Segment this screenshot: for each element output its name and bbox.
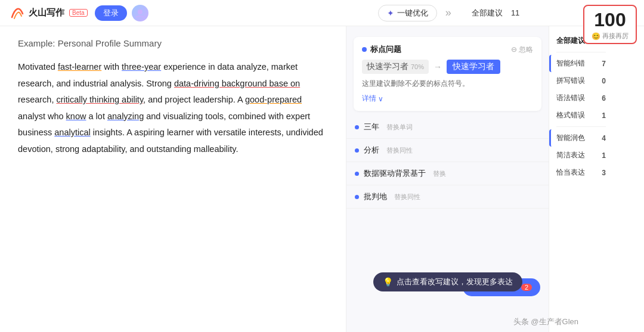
sidebar-count-spelling: 0	[602, 77, 606, 85]
sidebar-divider-1	[556, 52, 606, 52]
suggestion-item-3[interactable]: 批判地 替换同性	[346, 185, 549, 209]
item-tag-0: 替换单词	[386, 123, 413, 132]
sidebar-item-smart-correct[interactable]: 智能纠错 7	[549, 55, 613, 72]
tooltip-popup: 💡 点击查看改写建议，发现更多表达	[373, 272, 522, 291]
logo-text: 火山写作	[29, 7, 64, 18]
item-dot-2	[355, 172, 359, 176]
score-number: 100	[589, 10, 631, 30]
highlight-critically-thinking: critically thinking ability	[56, 95, 143, 104]
suggestions-label: 全部建议	[472, 8, 503, 18]
highlight-three-year: three-year	[122, 62, 161, 72]
word-row: 快速学习者 70% → 快速学习者	[362, 60, 533, 74]
sidebar-count-concise: 1	[602, 151, 606, 160]
sidebar-label-polish: 智能润色	[556, 133, 585, 143]
sidebar-item-spelling[interactable]: 拼写错误 0	[549, 72, 613, 89]
highlight-analytical: analytical	[54, 128, 90, 137]
sidebar-count-grammar: 6	[602, 94, 606, 103]
score-box: 100 😊 再接再厉	[583, 5, 637, 44]
logo-area: 火山写作 Beta	[10, 5, 88, 21]
beta-badge: Beta	[69, 9, 88, 17]
top-nav: 火山写作 Beta 登录 ✦ 一键优化 » 全部建议 11	[0, 0, 644, 26]
optimize-button[interactable]: ✦ 一键优化	[378, 5, 437, 21]
suggestion-item-2[interactable]: 数据驱动背景基于 替换	[346, 162, 549, 185]
sidebar-label-spelling: 拼写错误	[556, 76, 585, 86]
item-tag-1: 替换同性	[386, 146, 413, 155]
item-label-2: 数据驱动背景基于	[364, 168, 426, 179]
highlight-fast-learner: fast-learner	[58, 62, 101, 72]
sidebar-label-grammar: 语法错误	[556, 93, 585, 103]
sidebar-item-grammar[interactable]: 语法错误 6	[549, 89, 613, 107]
item-label-1: 分析	[364, 145, 379, 156]
doc-title: Example: Personal Profile Summary	[18, 38, 328, 48]
card-title: 标点问题	[362, 44, 401, 55]
sidebar-item-polish[interactable]: 智能润色 4	[549, 129, 613, 147]
star-icon: ✦	[387, 8, 394, 18]
item-dot-1	[355, 148, 359, 153]
chevron-down-icon: ∨	[378, 95, 383, 103]
suggestion-item-0[interactable]: 三年 替换单词	[346, 116, 549, 139]
score-subtitle: 😊 再接再厉	[589, 32, 631, 41]
sidebar-count-format: 1	[602, 111, 606, 120]
nav-center: ✦ 一键优化 » 全部建议 11	[378, 5, 519, 21]
suggestion-item-1[interactable]: 分析 替换同性	[346, 139, 549, 162]
sidebar-label-concise: 简洁表达	[556, 150, 585, 160]
item-label-0: 三年	[364, 122, 379, 132]
login-button[interactable]: 登录	[95, 5, 127, 21]
item-dot	[355, 125, 359, 129]
ignore-button[interactable]: ⊖ 忽略	[511, 45, 533, 55]
discover-badge: 2	[521, 284, 532, 291]
suggestion-card-punctuation: 标点问题 ⊖ 忽略 快速学习者 70% → 快速学习者 这里建议删除不必要的标点…	[354, 37, 541, 111]
doc-body: Motivated fast-learner with three-year e…	[18, 59, 328, 157]
score-emoji: 😊	[592, 32, 600, 41]
item-label-3: 批判地	[364, 191, 387, 202]
highlight-know: know	[66, 111, 86, 121]
editor-area[interactable]: Example: Personal Profile Summary Motiva…	[0, 26, 346, 332]
sidebar-count-polish: 4	[602, 134, 606, 142]
watermark: 头条 @生产者Glen	[513, 317, 578, 327]
card-dot	[362, 47, 367, 52]
original-word: 快速学习者 70%	[362, 60, 429, 74]
arrow-icon: →	[434, 62, 442, 72]
right-sidebar: 全部建议 11 智能纠错 7 拼写错误 0 语法错误 6 格式错误 1 智能润色…	[549, 26, 613, 332]
sidebar-label-smart-correct: 智能纠错	[556, 58, 585, 69]
item-tag-2: 替换	[433, 169, 446, 178]
avatar[interactable]	[132, 5, 148, 21]
sidebar-label-format: 格式错误	[556, 110, 585, 120]
sidebar-divider-2	[556, 126, 606, 127]
original-score: 70%	[411, 63, 424, 70]
highlight-good-prepared: good-prepared	[245, 95, 302, 104]
suggestions-panel: 标点问题 ⊖ 忽略 快速学习者 70% → 快速学习者 这里建议删除不必要的标点…	[346, 26, 549, 332]
total-label: 全部建议	[556, 36, 585, 46]
highlight-data-driving: data-driving background base on	[174, 79, 300, 88]
sidebar-count-appropriate: 3	[602, 169, 606, 177]
item-tag-3: 替换同性	[394, 193, 420, 201]
sidebar-count-smart-correct: 7	[602, 60, 606, 68]
sidebar-item-format[interactable]: 格式错误 1	[549, 107, 613, 124]
item-dot-3	[355, 195, 359, 199]
suggestions-count: 11	[511, 8, 519, 17]
main-layout: Example: Personal Profile Summary Motiva…	[0, 26, 644, 332]
sidebar-label-appropriate: 恰当表达	[556, 167, 585, 178]
card-desc: 这里建议删除不必要的标点符号。	[362, 79, 533, 89]
more-button[interactable]: »	[443, 7, 454, 19]
svg-point-0	[138, 10, 143, 14]
suggested-word[interactable]: 快速学习者	[447, 60, 500, 74]
card-detail[interactable]: 详情 ∨	[362, 94, 533, 104]
bulb-icon: 💡	[383, 277, 393, 287]
highlight-analyzing: analyzing	[107, 111, 144, 121]
logo-icon	[10, 5, 25, 21]
sidebar-item-concise[interactable]: 简洁表达 1	[549, 147, 613, 164]
sidebar-item-appropriate[interactable]: 恰当表达 3	[549, 164, 613, 181]
card-header: 标点问题 ⊖ 忽略	[362, 44, 533, 55]
